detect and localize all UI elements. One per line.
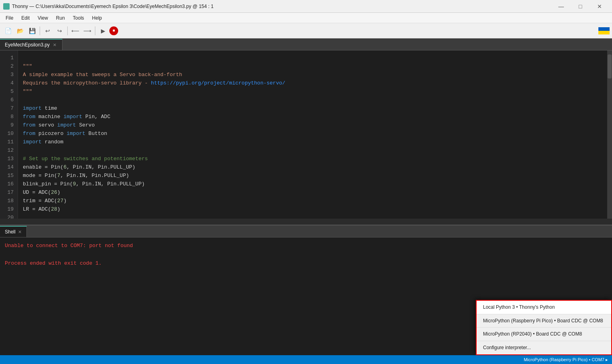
editor-tab-close[interactable]: ✕ xyxy=(52,42,57,48)
app-icon xyxy=(3,3,10,10)
editor-tabbar: EyeMechEpsilon3.py ✕ xyxy=(0,38,612,50)
dropdown-item-local-python[interactable]: Local Python 3 • Thonny's Python xyxy=(477,301,611,314)
dropdown-item-micropython-rp2040[interactable]: MicroPython (RP2040) • Board CDC @ COM8 xyxy=(477,328,611,341)
editor-tab-label: EyeMechEpsilon3.py xyxy=(5,42,50,48)
statusbar-text: MicroPython (Raspberry Pi Pico) • COM7 ▸ xyxy=(524,357,608,362)
shell-tab-close[interactable]: ✕ xyxy=(18,229,22,235)
save-file-button[interactable]: 💾 xyxy=(26,25,38,36)
stop-button[interactable]: ■ xyxy=(109,26,118,35)
menu-file[interactable]: File xyxy=(2,14,17,22)
toolbar-separator-3 xyxy=(95,26,95,35)
maximize-button[interactable]: □ xyxy=(571,0,590,13)
code-editor: 12345 678910 1112131415 1617181920 21222… xyxy=(0,50,612,219)
editor-scrollbar[interactable] xyxy=(607,50,612,219)
code-text[interactable]: """ A simple example that sweeps a Servo… xyxy=(18,50,607,219)
shell-message-2: Process ended with exit code 1. xyxy=(5,259,607,268)
dropdown-label-3: Configure interpreter... xyxy=(483,345,531,350)
menu-edit[interactable]: Edit xyxy=(17,14,34,22)
dropdown-label-0: Local Python 3 • Thonny's Python xyxy=(483,304,555,310)
titlebar-left: Thonny — C:\Users\ikka\Documents\Eyemech… xyxy=(3,3,213,10)
menu-help[interactable]: Help xyxy=(88,14,106,22)
shell-message-1: Unable to connect to COM7: port not foun… xyxy=(5,241,607,250)
shell-tab[interactable]: Shell ✕ xyxy=(0,226,27,237)
line-numbers: 12345 678910 1112131415 1617181920 21222… xyxy=(0,50,18,219)
dropdown-label-2: MicroPython (RP2040) • Board CDC @ COM8 xyxy=(483,331,582,337)
undo-button[interactable]: ↩ xyxy=(42,25,53,36)
close-button[interactable]: ✕ xyxy=(590,0,609,13)
run-button[interactable]: ▶ xyxy=(97,25,109,36)
toolbar-separator-2 xyxy=(67,26,68,35)
dropdown-item-configure[interactable]: Configure interpreter... xyxy=(477,341,611,354)
dropdown-item-micropython-pico[interactable]: MicroPython (Raspberry Pi Pico) • Board … xyxy=(477,314,611,328)
titlebar: Thonny — C:\Users\ikka\Documents\Eyemech… xyxy=(0,0,612,13)
dropdown-label-1: MicroPython (Raspberry Pi Pico) • Board … xyxy=(483,318,603,324)
ukraine-flag xyxy=(598,27,610,34)
statusbar[interactable]: MicroPython (Raspberry Pi Pico) • COM7 ▸ xyxy=(0,355,612,364)
menu-run[interactable]: Run xyxy=(52,14,69,22)
redo-button[interactable]: ↪ xyxy=(54,25,65,36)
interpreter-dropdown: Local Python 3 • Thonny's Python MicroPy… xyxy=(476,300,612,355)
minimize-button[interactable]: — xyxy=(552,0,570,13)
titlebar-title: Thonny — C:\Users\ikka\Documents\Eyemech… xyxy=(12,4,213,9)
toolbar-separator-1 xyxy=(40,26,40,35)
menu-view[interactable]: View xyxy=(34,14,52,22)
step-over-button[interactable]: ⟶ xyxy=(82,25,93,36)
shell-tabbar: Shell ✕ xyxy=(0,225,612,237)
menu-tools[interactable]: Tools xyxy=(69,14,88,22)
step-back-button[interactable]: ⟵ xyxy=(70,25,81,36)
editor-tab-main[interactable]: EyeMechEpsilon3.py ✕ xyxy=(0,39,62,50)
new-file-button[interactable]: 📄 xyxy=(2,25,14,36)
open-file-button[interactable]: 📂 xyxy=(14,25,26,36)
editor-scrollbar-thumb[interactable] xyxy=(608,54,612,78)
toolbar: 📄 📂 💾 ↩ ↪ ⟵ ⟶ ▶ ■ xyxy=(0,23,612,38)
shell-tab-label: Shell xyxy=(5,229,16,235)
menubar: File Edit View Run Tools Help xyxy=(0,13,612,23)
titlebar-controls: — □ ✕ xyxy=(552,0,609,13)
